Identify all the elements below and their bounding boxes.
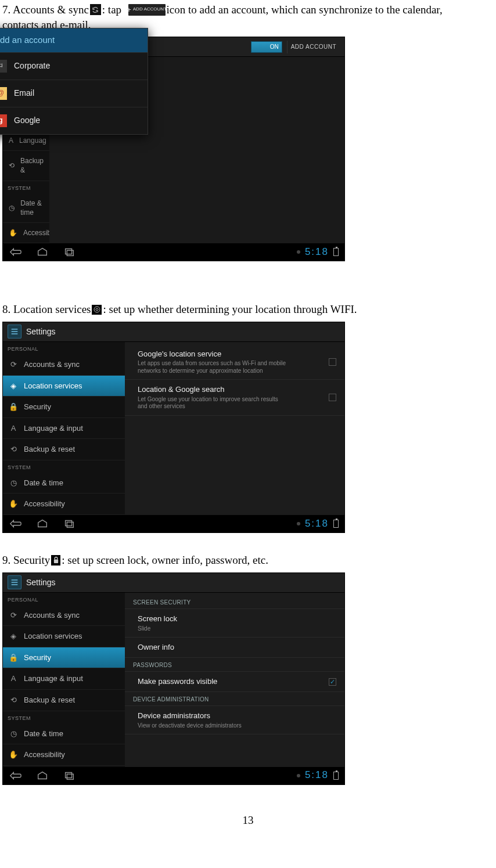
- home-button[interactable]: [35, 247, 49, 257]
- device-admins-title: Device administrators: [138, 711, 336, 721]
- back-button[interactable]: [9, 770, 23, 781]
- section-8-intro: 8. Location services : set up whether de…: [2, 302, 494, 317]
- modal-email[interactable]: @Email: [0, 80, 148, 107]
- recent-button[interactable]: [62, 770, 76, 781]
- sidebar-item-accounts-sync[interactable]: ⟳Accounts & sync: [3, 354, 125, 376]
- clock-time: 5:18: [305, 517, 329, 531]
- sidebar-section-personal: PERSONAL: [3, 593, 125, 605]
- back-button[interactable]: [9, 518, 23, 529]
- sidebar-section-personal: PERSONAL: [3, 342, 125, 354]
- svg-rect-8: [67, 774, 73, 779]
- modal-google[interactable]: gGoogle: [0, 107, 148, 134]
- system-navbar: 5:18: [3, 767, 344, 784]
- lock-icon: [51, 555, 60, 566]
- google-icon: g: [0, 114, 7, 127]
- clock-time: 5:18: [305, 246, 329, 259]
- screen-lock-row[interactable]: Screen lock Slide: [125, 609, 344, 638]
- system-navbar: 5:18: [3, 243, 344, 261]
- google-location-row[interactable]: Google's location service Let apps use d…: [125, 344, 344, 380]
- intro7-mid: : tap: [102, 2, 127, 17]
- device-admins-row[interactable]: Device administrators View or deactivate…: [125, 706, 344, 734]
- page-number: 13: [2, 813, 494, 828]
- intro8-suffix: : set up whether determining your locati…: [103, 302, 357, 317]
- svg-rect-1: [67, 251, 73, 256]
- corporate-icon: ⌑: [0, 60, 7, 73]
- settings-gear-icon: [8, 325, 21, 338]
- screen-lock-title: Screen lock: [138, 614, 336, 624]
- settings-gear-icon: [8, 575, 21, 589]
- passwords-visible-title: Make passwords visible: [138, 676, 322, 687]
- svg-rect-4: [66, 521, 72, 526]
- battery-icon: [333, 520, 339, 528]
- modal-title: Add an account: [0, 28, 148, 52]
- sidebar-item-datetime[interactable]: ◷Date & time: [3, 473, 125, 494]
- sync-icon: [90, 4, 101, 15]
- sidebar-item-accessibility[interactable]: ✋Accessibility: [3, 494, 125, 515]
- recent-button[interactable]: [62, 518, 76, 529]
- passwords-visible-checkbox[interactable]: [329, 678, 336, 686]
- sidebar-section-system: SYSTEM: [3, 711, 125, 723]
- location-search-row[interactable]: Location & Google search Let Google use …: [125, 380, 344, 416]
- settings-sidebar: PERSONAL ⟳Accounts & sync ◈Location serv…: [3, 593, 125, 767]
- google-location-checkbox[interactable]: [329, 358, 336, 366]
- settings-sidebar: PERSONAL ⟳Accounts & sync ◈Location serv…: [3, 342, 125, 515]
- screen-lock-sub: Slide: [138, 625, 289, 633]
- screen-security-header: SCREEN SECURITY: [125, 595, 344, 610]
- sidebar-section-system: SYSTEM: [3, 181, 49, 193]
- home-button[interactable]: [35, 770, 49, 781]
- google-location-sub: Let apps use data from sources such as W…: [138, 360, 289, 374]
- passwords-header: PASSWORDS: [125, 658, 344, 672]
- sidebar-item-accessibility[interactable]: ✋Accessibility: [3, 744, 125, 766]
- sync-toggle[interactable]: ON: [251, 41, 282, 53]
- add-account-modal: Add an account ⌑Corporate @Email gGoogle: [0, 28, 148, 134]
- screenshot-accounts-sync: Settings ON ADD ACCOUNT PERSONAL ⟳Accoun…: [2, 37, 345, 261]
- google-location-title: Google's location service: [138, 349, 322, 359]
- add-account-button[interactable]: ADD ACCOUNT: [287, 41, 340, 53]
- location-icon: [92, 305, 102, 315]
- battery-icon: [333, 772, 339, 780]
- owner-info-row[interactable]: Owner info: [125, 638, 344, 658]
- status-dot: [297, 250, 300, 254]
- status-dot: [297, 774, 300, 777]
- sidebar-item-location-services[interactable]: ◈Location services: [3, 376, 125, 397]
- device-admins-sub: View or deactivate device administrators: [138, 722, 289, 730]
- sidebar-item-location-services[interactable]: ◈Location services: [3, 626, 125, 647]
- svg-point-3: [94, 307, 100, 312]
- location-search-title: Location & Google search: [138, 384, 322, 395]
- settings-header: Settings: [3, 573, 344, 593]
- sidebar-item-accounts-sync[interactable]: ⟳Accounts & sync: [3, 605, 125, 626]
- sidebar-item-backup[interactable]: ⟲Backup & reset: [3, 690, 125, 711]
- section-9-intro: 9. Security : set up screen lock, owner …: [2, 553, 494, 568]
- sidebar-item-language[interactable]: ALanguage & input: [3, 418, 125, 440]
- sidebar-item-security[interactable]: 🔒Security: [3, 397, 125, 418]
- location-search-checkbox[interactable]: [329, 394, 336, 401]
- settings-header: Settings: [3, 322, 344, 342]
- intro7-prefix: 7. Accounts & sync: [2, 2, 89, 17]
- passwords-visible-row[interactable]: Make passwords visible: [125, 672, 344, 692]
- sidebar-item-accessibility[interactable]: ✋Accessibility: [3, 223, 49, 243]
- sidebar-item-datetime[interactable]: ◷Date & time: [3, 723, 125, 745]
- intro9-prefix: 9. Security: [2, 553, 50, 568]
- intro8-prefix: 8. Location services: [2, 302, 91, 317]
- recent-button[interactable]: [62, 247, 76, 257]
- system-navbar: 5:18: [3, 515, 344, 532]
- sidebar-item-security[interactable]: 🔒Security: [3, 647, 125, 669]
- sidebar-item-backup[interactable]: ⟲Backup & reset: [3, 439, 125, 460]
- security-content: SCREEN SECURITY Screen lock Slide Owner …: [125, 593, 344, 767]
- back-button[interactable]: [9, 247, 23, 257]
- sidebar-item-language[interactable]: ALanguage & input: [3, 668, 125, 690]
- settings-title: Settings: [26, 326, 340, 337]
- screenshot-security: Settings PERSONAL ⟳Accounts & sync ◈Loca…: [2, 572, 345, 785]
- location-content: Google's location service Let apps use d…: [125, 342, 344, 515]
- svg-rect-5: [67, 522, 73, 527]
- svg-point-2: [96, 308, 98, 311]
- settings-title: Settings: [26, 577, 340, 588]
- svg-rect-6: [54, 560, 58, 563]
- modal-corporate[interactable]: ⌑Corporate: [0, 52, 148, 80]
- svg-rect-7: [66, 772, 72, 777]
- intro7-suffix: icon to add an account, which can synchr…: [167, 2, 443, 17]
- sidebar-item-backup[interactable]: ⟲Backup &: [3, 151, 49, 181]
- home-button[interactable]: [35, 518, 49, 529]
- sidebar-item-datetime[interactable]: ◷Date & time: [3, 193, 49, 223]
- sidebar-section-system: SYSTEM: [3, 460, 125, 473]
